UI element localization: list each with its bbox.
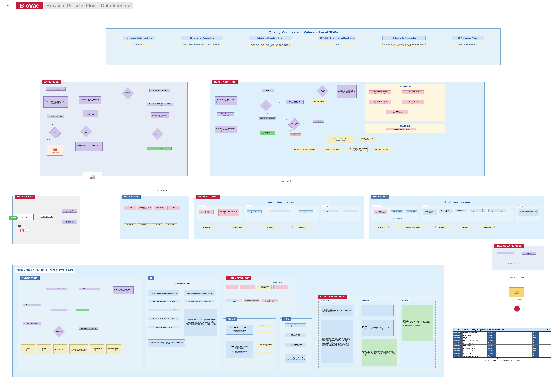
qm-module-box: 01. Corporate Quality Organization: [123, 36, 155, 40]
inspection1-node: (ZAIS-SOP-00048) Inspection 1: PO and Ve…: [76, 142, 103, 151]
table-row: Approved byQunu, ThandekuSignatureDate: [453, 342, 551, 344]
qm-column: 02. Management Responsibility(00007), (0…: [181, 36, 223, 48]
local-label: Local: [47, 138, 50, 140]
disp-logs2-doc: Fill Log books: [165, 224, 177, 226]
header: BIOVAC Biovac Hexaxim Process Flow - Dat…: [1, 1, 554, 10]
hr-oi-node: Onboarding & Induction: [273, 285, 288, 289]
table-row: Approved byOhasi, CarloSignatureDate: [453, 352, 551, 355]
stgwh-store-node: Store: [522, 252, 536, 254]
distribution-label: Distribution: [513, 299, 522, 301]
start-flag: Start: [9, 216, 18, 220]
hr-jp-node: Job Profile: [226, 285, 238, 289]
env-testing-node: Environmental Testing(ZAIS-SOP-00034): [369, 90, 391, 94]
sample-node: Sample (ZAIS-SOP-00057) (send to QC for …: [147, 103, 173, 106]
inspection2-node: Inspection 2: Quantities and Batch no. V…: [79, 96, 101, 104]
qa-sm-node: SUPPLIER MANAGEMENTSupplier Approval, Qu…: [321, 320, 353, 363]
oos-node: OOS Investigation(ZAIS-SOP-00265): [286, 100, 304, 104]
equipment-node: EQUIPMENT: Qualification Maintenance Cal…: [337, 85, 357, 98]
manu-lc-node: Line Clearance, Opening and Closing(ZAIS…: [218, 209, 239, 216]
qm-sop-list: (00205), (01770), (00741), (00919), (017…: [382, 42, 426, 47]
pass-lbl: Pass: [285, 119, 288, 120]
it-proj-node: IT Project Management (IGM-DSM 005-V02): [148, 309, 179, 311]
sc-title: SUPPLY CHAIN: [15, 195, 35, 199]
mst-vp-doc: Track Transfer Protocol: [258, 325, 274, 327]
disp-cleaning-node: Cleaning(00024): [167, 206, 180, 210]
no-label: No: [115, 95, 117, 97]
mst-vprot-doc: Validation Protocols and Reports: [258, 343, 274, 347]
method-validation-node: Method Validation(ZAIS-SOP-00159): [217, 112, 235, 116]
grn-node: Goods Receiving Note: [47, 115, 64, 118]
it-info-node: Information Management (IGM-DSM-010-V02): [184, 300, 215, 302]
warehouse-area: WAREHOUSE Write Off(ZAIS-SOP-00259) Reje…: [40, 82, 187, 176]
approved-diamond: Approved?: [151, 128, 164, 140]
eng-qual-doc: Qualification(02033): [37, 344, 51, 354]
support-title: SUPPORT STRUCTURES / SYSTEMS: [15, 268, 75, 273]
manu-process-seg: Process: [244, 206, 318, 221]
qa-sys-node: SYSTEMSDocument Management (ZAIS-SOP-000…: [402, 305, 433, 341]
qm-module-box: 02. Management Responsibility: [181, 36, 223, 40]
table-row: Approved byMita, OlwetuSignatureDate: [453, 334, 551, 337]
mst-rar-doc: Risk Assessment Report: [258, 352, 274, 354]
qa-ops-node: OPERATIONSDeviations (ZAIS-SOP-00013) Co…: [361, 339, 397, 366]
manu-press-node: Compression / Encapsulation: [270, 210, 290, 212]
eng-capture-node: Log/Capture on SAP System: [79, 327, 98, 330]
qa-train-node: TRAININGTraining of Personnel (ZAIS-SOP-…: [361, 320, 394, 336]
manu-gowning-node: Gowning(ZAIS-SOP-00246): [199, 210, 214, 214]
unload-node: Unload Truck Place in Reception Area: [83, 110, 98, 117]
microbial-lab-panel: Microbial Lab Environmental Testing(ZAIS…: [365, 84, 445, 121]
qm-column: 07. Analytics and Testing(01071), (00936…: [452, 36, 484, 48]
imports-label: Imports: [51, 124, 55, 125]
reject-rm-node: Reject RM and label with "Red" sticker. …: [43, 96, 68, 107]
gem-node: GEM(ZAIS-SOP-00285): [386, 110, 409, 114]
packaging-area: PACKAGING Bulk Packaging ZAIS-SOP-00053 …: [369, 196, 544, 239]
end-circle: End: [514, 306, 520, 312]
printouts-node: Printouts, Chromatograms: [373, 148, 391, 151]
it-spm-node: Service Provider Management. (IGM-DSM-00…: [184, 290, 215, 296]
page-frame: BIOVAC Biovac Hexaxim Process Flow - Dat…: [1, 1, 554, 392]
manu-logs-doc: Fill Log books: [199, 226, 215, 228]
disp-dispensing-node: Dispensing(00214): [154, 206, 166, 210]
table-row: Approved bySaraklimola, ChristinaSignatu…: [453, 355, 551, 357]
pkg-ipc-node: In-Process Control(ZAIS-SOP-00682): [470, 209, 486, 212]
table-footer: Version HistoryVersion No. 01 Reason: Ad…: [453, 357, 551, 362]
eng-pmaint-doc: Plant Maintenance(01937): [90, 344, 104, 354]
eng-util-doc: UTILITIESHVAC –(00695) Compressed Air (1…: [69, 344, 88, 354]
manu-quar-node: Quarantine: [247, 210, 262, 213]
stgwh-title: STAGING WAREHOUSE: [494, 244, 524, 248]
disp-filing-doc: Filing GRN: [151, 224, 163, 226]
it-inv-node: Inventories and Classification. (IGM-002…: [148, 300, 179, 302]
hse-clinic-node: CLINIC: Employee Health/Medicals(ZAIS-WI…: [285, 354, 306, 363]
equip-log-node: Equipment log books/tallied: [323, 148, 342, 151]
qm-column: 03. Quality and Compliance Systems(00062…: [249, 36, 292, 48]
obtain-grn-node: Obtain GRN and Labels: [149, 89, 170, 92]
testing-node: Testing: [262, 89, 274, 92]
qc-area: QUALITY CONTROL Quality Control Testing …: [210, 82, 485, 176]
qm-sop-list: (00062), (00662), (00915), (00117), (006…: [249, 42, 292, 48]
local-imports-diamond: Local / Imports: [49, 127, 61, 139]
scheduling-node: Scheduling(ZAIS-SOP-01008): [62, 220, 77, 224]
qm-module-box: 05. Technical Development and Tech Trans…: [318, 36, 356, 40]
hr-rs-node: Recruitment & Selection: [240, 285, 255, 289]
reject-node: Reject: [290, 133, 301, 136]
product-testing-node: Product Testing(ZAIS-QCP-00001): [402, 100, 424, 104]
eng-sysready-node: System Ready: [76, 309, 89, 311]
qm-column: 01. Corporate Quality Organization(00333…: [123, 36, 155, 48]
pkg-tertiary-node: Tertiary Wraping: [455, 209, 467, 212]
manu-logs2-doc: Fill Log books: [260, 226, 279, 228]
qm-sop-list: (00015): [318, 42, 356, 46]
eng-instcal-doc: Instrument Calibration(01907): [106, 344, 121, 354]
disp-logs-doc: Fill Log books: [124, 224, 136, 226]
purchasing-node: Purchasing(SOP-01061): [62, 209, 77, 213]
pkg-subtitle: Bulk Packaging ZAIS-SOP-00053: [443, 201, 470, 203]
table-row: Approved byMcMullan, HeatherSignatureDat…: [453, 347, 551, 350]
eng-equip-doc: Equipment for Stand By: [53, 344, 67, 354]
disp-balance-node: Daily Balance Verification(00231): [137, 206, 152, 210]
table-header: SANDOZ SPARTAN SA – Quality Management S…: [453, 328, 551, 332]
mst-area: MS & T TRANSFERS: Technological Transfer…: [223, 318, 276, 371]
mst-title: MS & T: [226, 317, 237, 321]
stability-sop-node: Stability SOP (ZAIS-SOP-00146): [386, 128, 416, 130]
engineering-area: ENGINEERING Allocate Work Order for Tech…: [18, 278, 142, 371]
table-row: Approved byBuckaani, SimakahliquaSignatu…: [453, 339, 551, 342]
check-review-node: Check/Review Documentation: [259, 117, 276, 120]
support-area: SUPPORT STRUCTURES / SYSTEMS ENGINEERING…: [13, 265, 444, 378]
